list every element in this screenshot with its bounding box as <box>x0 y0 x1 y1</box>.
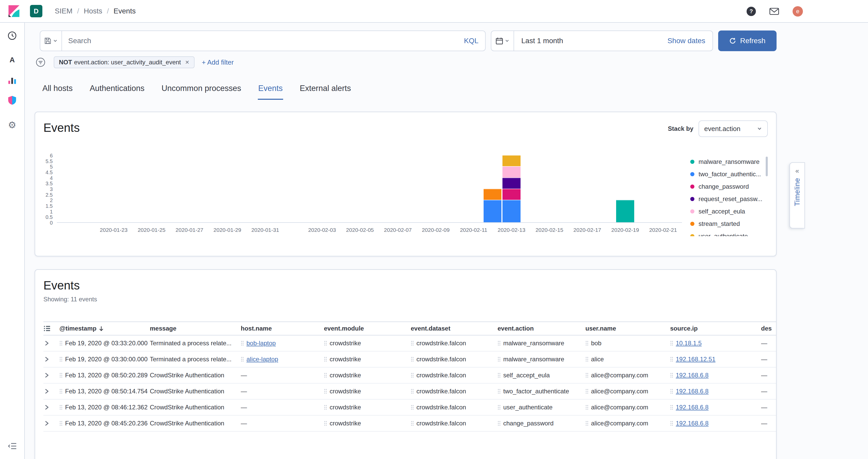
tab-events[interactable]: Events <box>258 84 283 100</box>
search-input[interactable] <box>62 37 457 45</box>
date-range-value[interactable]: Last 1 month <box>514 37 660 45</box>
tab-all-hosts[interactable]: All hosts <box>42 84 73 100</box>
tab-authentications[interactable]: Authentications <box>89 84 145 100</box>
tab-uncommon-processes[interactable]: Uncommon processes <box>161 84 242 100</box>
bar-segment-change_password <box>502 189 520 200</box>
cell-host.name: — <box>241 388 324 395</box>
link-192.168.6.8[interactable]: 192.168.6.8 <box>676 404 709 411</box>
cell-event.module: crowdstrike <box>324 356 411 363</box>
user-avatar[interactable]: e <box>793 6 803 17</box>
x-axis-tick: 2020-01-27 <box>176 227 203 233</box>
legend-scrollbar[interactable] <box>766 157 768 176</box>
legend-item-request_reset_passw...[interactable]: request_reset_passw... <box>690 193 768 205</box>
cell-value: — <box>241 420 247 427</box>
column-header-event.action[interactable]: event.action <box>498 325 585 332</box>
column-header-source.ip[interactable]: source.ip <box>670 325 761 332</box>
cell-value: malware_ransomware <box>503 356 564 363</box>
cell-value: Feb 13, 2020 @ 08:50:14.754 <box>65 388 148 395</box>
x-axis-tick: 2020-02-17 <box>574 227 601 233</box>
gear-icon[interactable]: ⚙ <box>5 118 19 132</box>
bar-segment-self_accept_eula <box>502 166 520 177</box>
drag-handle-icon <box>59 357 63 362</box>
timeline-toggle-button[interactable]: « Timeline <box>789 162 805 228</box>
cell-value: Feb 13, 2020 @ 08:46:12.362 <box>65 404 148 411</box>
filter-options-icon[interactable] <box>36 57 45 67</box>
expand-row-icon <box>43 404 50 410</box>
breadcrumb-hosts[interactable]: Hosts <box>72 7 102 15</box>
legend-item-stream_started[interactable]: stream_started <box>690 218 768 230</box>
cell-value: — <box>761 388 767 395</box>
stack-by-control: Stack by event.action <box>668 120 768 137</box>
mail-icon[interactable] <box>769 7 779 15</box>
cell-@timestamp: Feb 13, 2020 @ 08:50:14.754 <box>59 388 150 395</box>
field-browser-icon <box>43 325 51 332</box>
breadcrumb-siem[interactable]: SIEM <box>55 7 72 15</box>
legend-item-change_password[interactable]: change_password <box>690 180 768 193</box>
drag-handle-icon <box>324 389 327 394</box>
tab-external-alerts[interactable]: External alerts <box>299 84 351 100</box>
column-header-message[interactable]: message <box>150 325 241 332</box>
expand-event-button[interactable] <box>43 404 59 410</box>
column-header-@timestamp[interactable]: @timestamp <box>59 325 150 332</box>
chart-bar-2020-02-13[interactable] <box>502 155 520 222</box>
help-icon[interactable]: ? <box>747 7 756 16</box>
table-row: Feb 19, 2020 @ 03:33:20.000Terminated a … <box>43 335 777 351</box>
link-192.168.12.51[interactable]: 192.168.12.51 <box>676 356 715 363</box>
events-table-panel: Events Showing: 11 events @timestampmess… <box>35 269 777 459</box>
expand-event-button[interactable] <box>43 340 59 346</box>
column-header-event.module[interactable]: event.module <box>324 325 411 332</box>
link-bob-laptop[interactable]: bob-laptop <box>246 340 276 347</box>
cell-@timestamp: Feb 13, 2020 @ 08:45:20.236 <box>59 420 150 427</box>
expand-event-button[interactable] <box>43 372 59 378</box>
legend-item-self_accept_eula[interactable]: self_accept_eula <box>690 205 768 218</box>
remove-filter-icon[interactable]: ✕ <box>185 59 189 65</box>
link-192.168.6.8[interactable]: 192.168.6.8 <box>676 372 709 379</box>
column-header-host.name[interactable]: host.name <box>241 325 324 332</box>
cell-value: alice@company.com <box>591 420 648 427</box>
cell-value: bob <box>591 340 601 347</box>
y-axis-tick: 4.5 <box>45 170 53 175</box>
chart-bar-2020-02-19[interactable] <box>616 200 634 222</box>
drag-handle-icon <box>324 373 327 378</box>
legend-item-two_factor_authentic...[interactable]: two_factor_authentic... <box>690 168 768 180</box>
legend-item-user_authenticate[interactable]: user_authenticate <box>690 230 768 236</box>
filter-pill[interactable]: NOT event.action: user_activity_audit_ev… <box>54 56 194 68</box>
kibana-app: D SIEM Hosts Events ? e A <box>0 0 868 459</box>
legend-item-malware_ransomware[interactable]: malware_ransomware <box>690 156 768 168</box>
drag-handle-icon <box>585 389 588 394</box>
field-browser-button[interactable] <box>43 325 59 332</box>
chart-bar-2020-02-12[interactable] <box>484 189 501 222</box>
space-switcher[interactable]: D <box>30 5 42 17</box>
recently-viewed-icon[interactable] <box>5 29 19 42</box>
expand-event-button[interactable] <box>43 420 59 426</box>
drag-handle-icon <box>324 421 327 426</box>
expand-event-button[interactable] <box>43 356 59 362</box>
column-header-user.name[interactable]: user.name <box>585 325 670 332</box>
sidebar-item-siem[interactable] <box>5 94 19 107</box>
link-192.168.6.8[interactable]: 192.168.6.8 <box>676 420 709 427</box>
show-dates-button[interactable]: Show dates <box>660 37 712 45</box>
breadcrumb: SIEM Hosts Events <box>55 7 135 15</box>
column-header-event.dataset[interactable]: event.dataset <box>411 325 498 332</box>
add-filter-button[interactable]: + Add filter <box>202 58 234 66</box>
collapse-menu-button[interactable] <box>5 439 19 453</box>
legend-color-dot <box>690 222 694 226</box>
drag-handle-icon <box>324 341 327 346</box>
saved-query-button[interactable] <box>40 31 62 51</box>
kql-button[interactable]: KQL <box>457 37 485 45</box>
column-header-des[interactable]: des <box>761 325 777 332</box>
cell-des: — <box>761 356 777 363</box>
link-alice-laptop[interactable]: alice-laptop <box>246 356 278 363</box>
column-header-label: user.name <box>585 325 616 332</box>
stack-by-select[interactable]: event.action <box>699 120 768 137</box>
date-picker: Last 1 month Show dates <box>491 30 713 51</box>
expand-event-button[interactable] <box>43 388 59 394</box>
refresh-button[interactable]: Refresh <box>718 30 777 51</box>
sidebar-item-a[interactable]: A <box>5 53 19 67</box>
link-192.168.6.8[interactable]: 192.168.6.8 <box>676 388 709 395</box>
date-quick-select-button[interactable] <box>491 31 514 51</box>
sidebar-item-visualize[interactable] <box>5 73 19 87</box>
kibana-logo-icon[interactable] <box>7 4 21 18</box>
drag-handle-icon <box>670 405 673 410</box>
link-10.18.1.5[interactable]: 10.18.1.5 <box>676 340 702 347</box>
